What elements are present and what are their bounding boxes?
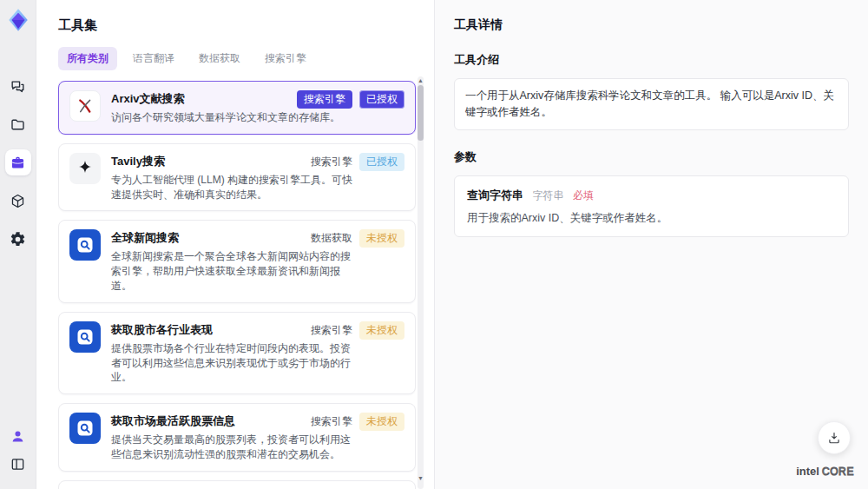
params-heading: 参数 (454, 149, 849, 165)
tool-card[interactable]: 全球新闻搜索 全球新闻搜索是一个聚合全球各大新闻网站内容的搜索引擎，帮助用户快速… (58, 220, 416, 302)
param-card: 查询字符串 字符串 必填 用于搜索的Arxiv ID、关键字或作者姓名。 (454, 175, 849, 238)
tool-card[interactable]: Tavily搜索 专为人工智能代理 (LLM) 构建的搜索引擎工具。可快速提供实… (58, 143, 416, 212)
tool-badges: 搜索引擎 未授权 (311, 413, 404, 431)
intro-box: 一个用于从Arxiv存储库搜索科学论文和文章的工具。 输入可以是Arxiv ID… (454, 78, 849, 130)
download-icon (826, 430, 842, 446)
category-tabs: 所有类别语言翻译数据获取搜索引擎 (58, 47, 434, 70)
auth-badge: 已授权 (359, 153, 404, 171)
auth-badge: 未授权 (359, 229, 404, 248)
sidebar-bottom (7, 425, 30, 475)
auth-badge: 未授权 (359, 321, 404, 340)
download-button[interactable] (818, 421, 851, 454)
core-wordmark: CORE (822, 466, 854, 478)
tool-icon (69, 153, 101, 184)
tool-card[interactable]: Arxiv文献搜索 访问各个研究领域大量科学论文和文章的存储库。 搜索引擎 已授… (58, 81, 416, 135)
param-description: 用于搜索的Arxiv ID、关键字或作者姓名。 (467, 211, 836, 227)
sidebar (0, 0, 36, 489)
sparkle-icon (75, 158, 95, 179)
tool-description: 访问各个研究领域大量科学论文和文章的存储库。 (111, 110, 354, 125)
tool-badges: 搜索引擎 已授权 (297, 90, 404, 109)
panel-icon (10, 456, 26, 472)
tool-icon (69, 321, 101, 353)
briefcase-icon (10, 155, 26, 171)
tab-2[interactable]: 数据获取 (190, 47, 249, 70)
tool-badges: 搜索引擎 未授权 (311, 321, 404, 340)
tool-card[interactable]: 万维地区新闻查询 查询具体行政区划内的新闻，快速了解各地新闻动 搜索引擎 未授权 (58, 480, 416, 489)
scrollbar-thumb[interactable] (418, 85, 424, 141)
detail-title: 工具详情 (454, 17, 849, 33)
tool-badges: 搜索引擎 已授权 (311, 153, 404, 171)
tool-badges: 数据获取 未授权 (311, 229, 404, 248)
sidebar-item-settings[interactable] (5, 226, 31, 252)
tab-0[interactable]: 所有类别 (58, 47, 117, 70)
folder-icon (10, 116, 26, 133)
tab-1[interactable]: 语言翻译 (124, 47, 183, 70)
sidebar-nav (5, 73, 31, 252)
tool-description: 提供股票市场各个行业在特定时间段内的表现。投资者可以利用这些信息来识别表现优于或… (111, 341, 354, 385)
auth-badge: 未授权 (359, 413, 404, 431)
param-header: 查询字符串 字符串 必填 (467, 187, 836, 203)
scrollbar[interactable]: ▲ ▼ (418, 76, 424, 489)
intel-core-logo: intelCORE (796, 463, 854, 479)
tool-description: 专为人工智能代理 (LLM) 构建的搜索引擎工具。可快速提供实时、准确和真实的结… (111, 173, 354, 202)
tab-3[interactable]: 搜索引擎 (256, 47, 315, 70)
tool-description: 提供当天交易量最高的股票列表，投资者可以利用这些信息来识别流动性强的股票和潜在的… (111, 433, 354, 462)
sidebar-item-files[interactable] (5, 111, 31, 137)
sidebar-item-panel-toggle[interactable] (7, 453, 30, 475)
tool-icon (69, 229, 101, 261)
user-icon (10, 428, 26, 445)
search-logo-icon (75, 235, 95, 255)
arxiv-logo-icon (75, 96, 95, 116)
page-title: 工具集 (58, 17, 434, 33)
category-badge: 搜索引擎 (311, 155, 352, 169)
app-logo (5, 7, 31, 33)
gem-logo-icon (5, 7, 31, 33)
category-badge: 搜索引擎 (311, 323, 352, 338)
tool-detail-panel: 工具详情 工具介绍 一个用于从Arxiv存储库搜索科学论文和文章的工具。 输入可… (434, 0, 868, 489)
param-required-badge: 必填 (573, 189, 594, 202)
tool-card[interactable]: 获取股市各行业表现 提供股票市场各个行业在特定时间段内的表现。投资者可以利用这些… (58, 312, 416, 394)
param-type: 字符串 (532, 189, 563, 202)
search-logo-icon (75, 418, 95, 439)
scroll-up-icon[interactable]: ▲ (417, 77, 424, 84)
gear-icon (10, 231, 26, 248)
auth-badge: 已授权 (359, 90, 404, 109)
tool-icon (69, 90, 101, 122)
tool-card[interactable]: 获取市场最活跃股票信息 提供当天交易量最高的股票列表，投资者可以利用这些信息来识… (58, 403, 416, 472)
intro-heading: 工具介绍 (454, 52, 849, 68)
sidebar-item-packages[interactable] (5, 188, 31, 214)
tool-list: Arxiv文献搜索 访问各个研究领域大量科学论文和文章的存储库。 搜索引擎 已授… (58, 81, 416, 489)
tool-description: 全球新闻搜索是一个聚合全球各大新闻网站内容的搜索引擎，帮助用户快速获取全球最新资… (111, 249, 354, 293)
intel-wordmark: intel (796, 465, 819, 478)
tools-panel: 工具集 所有类别语言翻译数据获取搜索引擎 Arxiv文献搜索 访问各个研究领域大… (36, 0, 434, 489)
param-name: 查询字符串 (467, 188, 523, 202)
category-badge: 数据获取 (311, 231, 352, 246)
sidebar-item-toolbox[interactable] (5, 149, 31, 175)
chat-icon (10, 78, 26, 95)
app-window: 工具集 所有类别语言翻译数据获取搜索引擎 Arxiv文献搜索 访问各个研究领域大… (0, 0, 868, 489)
cube-icon (10, 193, 26, 209)
search-logo-icon (75, 327, 95, 347)
sidebar-item-chat[interactable] (5, 73, 31, 99)
scroll-down-icon[interactable]: ▼ (417, 475, 424, 482)
tool-icon (69, 413, 101, 444)
category-badge: 搜索引擎 (297, 90, 352, 109)
category-badge: 搜索引擎 (311, 414, 352, 429)
sidebar-item-user[interactable] (7, 425, 30, 447)
intro-text: 一个用于从Arxiv存储库搜索科学论文和文章的工具。 输入可以是Arxiv ID… (465, 88, 838, 121)
